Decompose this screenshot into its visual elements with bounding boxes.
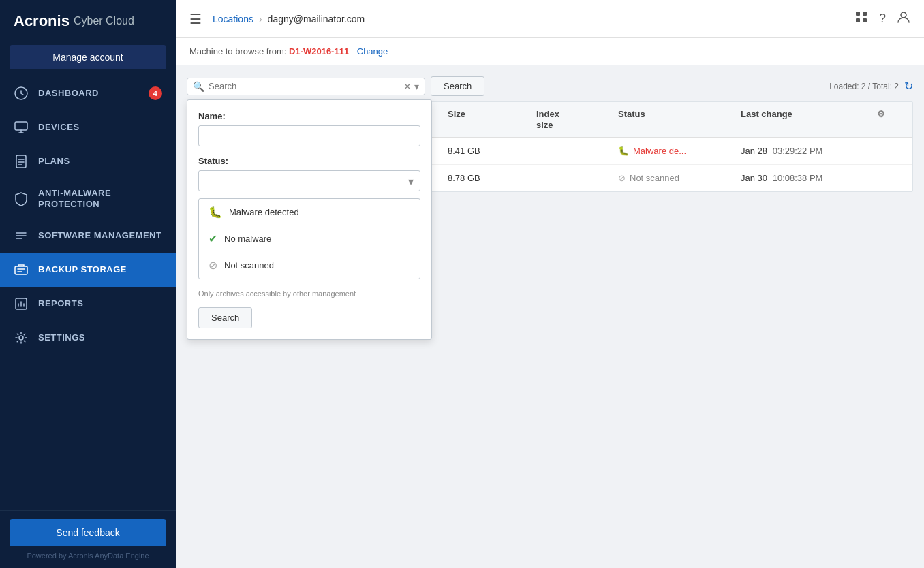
cell-status-1: 🐛 Malware de...	[618, 146, 741, 156]
svg-rect-9	[863, 18, 867, 22]
dashboard-label: Dashboard	[38, 88, 99, 99]
name-field-label: Name:	[198, 111, 420, 121]
topbar-right: ?	[854, 10, 910, 27]
sidebar-item-settings[interactable]: Settings	[0, 321, 176, 355]
send-feedback-button[interactable]: Send feedback	[10, 519, 166, 546]
not-scanned-label: Not scanned	[224, 260, 274, 270]
search-input-wrapper: 🔍 ✕ ▾	[187, 78, 425, 95]
backup-storage-label: Backup Storage	[38, 264, 127, 275]
cell-last-change-1: Jan 28 03:29:22 PM	[741, 146, 877, 156]
help-icon[interactable]: ?	[879, 12, 886, 26]
search-dropdown-panel: Name: Status: Malware detected No malwar…	[187, 99, 432, 340]
refresh-icon[interactable]: ↻	[904, 80, 913, 93]
clear-icon[interactable]: ✕	[403, 81, 412, 92]
cell-size-1: 8.41 GB	[448, 146, 536, 156]
malware-icon: 🐛	[618, 146, 629, 156]
status-text-1: Malware de...	[633, 146, 686, 156]
anti-malware-label: Anti-Malware Protection	[38, 188, 162, 209]
col-size: Size	[448, 109, 536, 130]
col-last-change: Last change	[741, 109, 877, 130]
status-select[interactable]: Malware detected No malware Not scanned	[198, 170, 420, 191]
settings-icon	[14, 330, 29, 345]
plans-icon	[14, 154, 29, 169]
menu-icon[interactable]: ☰	[189, 11, 202, 27]
search-row: 🔍 ✕ ▾ Search Loaded: 2 / Total: 2 ↻	[187, 76, 913, 96]
loaded-info: Loaded: 2 / Total: 2 ↻	[829, 80, 913, 93]
not-scanned-status-icon: ⊘	[209, 259, 217, 272]
dashboard-icon	[14, 86, 29, 101]
name-field-input[interactable]	[198, 125, 420, 146]
plans-label: Plans	[38, 156, 70, 167]
status-option-not-scanned[interactable]: ⊘ Not scanned	[199, 252, 420, 279]
status-text-2: Not scanned	[630, 173, 679, 183]
search-button[interactable]: Search	[431, 76, 484, 96]
cell-size-2: 8.78 GB	[448, 173, 536, 183]
col-index-size: Indexsize	[536, 109, 618, 130]
backup-storage-icon	[14, 262, 29, 277]
breadcrumb-separator: ›	[259, 14, 262, 25]
sidebar: Acronis Cyber Cloud Manage account Dashb…	[0, 0, 176, 568]
svg-rect-6	[856, 12, 860, 16]
devices-label: Devices	[38, 122, 80, 133]
svg-rect-3	[15, 266, 27, 274]
machine-label: Machine to browse from:	[189, 46, 286, 57]
logo-cyber-cloud: Cyber Cloud	[74, 15, 134, 27]
search-input[interactable]	[209, 81, 403, 91]
not-scanned-icon: ⊘	[618, 173, 626, 183]
gear-icon-header[interactable]: ⚙	[877, 109, 885, 119]
col-status: Status	[618, 109, 741, 130]
hint-text: Only archives accessible by other manage…	[198, 289, 420, 299]
sidebar-footer: Send feedback Powered by Acronis AnyData…	[0, 510, 176, 568]
no-malware-label: No malware	[224, 234, 271, 244]
breadcrumb-current: dagny@mailinator.com	[268, 14, 365, 25]
machine-bar: Machine to browse from: D1-W2016-111 Cha…	[176, 38, 924, 65]
powered-by-text: Powered by Acronis AnyData Engine	[10, 546, 166, 560]
settings-label: Settings	[38, 332, 85, 343]
svg-rect-7	[863, 12, 867, 16]
status-option-malware-detected[interactable]: 🐛 Malware detected	[199, 199, 420, 225]
manage-account-button[interactable]: Manage account	[10, 45, 166, 69]
sidebar-item-reports[interactable]: Reports	[0, 287, 176, 321]
logo-acronis: Acronis	[14, 12, 70, 30]
user-icon[interactable]	[897, 10, 910, 27]
reports-icon	[14, 296, 29, 311]
main-content: ☰ Locations › dagny@mailinator.com ? Mac…	[176, 0, 924, 568]
logo: Acronis Cyber Cloud	[0, 0, 176, 42]
sidebar-nav: Dashboard 4 Devices Plans Anti-Malware P…	[0, 76, 176, 510]
software-management-label: Software Management	[38, 230, 161, 241]
sidebar-item-anti-malware[interactable]: Anti-Malware Protection	[0, 178, 176, 219]
shield-icon	[14, 191, 29, 206]
sidebar-item-dashboard[interactable]: Dashboard 4	[0, 76, 176, 110]
topbar: ☰ Locations › dagny@mailinator.com ?	[176, 0, 924, 38]
sidebar-item-software-management[interactable]: Software Management	[0, 219, 176, 253]
reports-label: Reports	[38, 298, 83, 309]
svg-point-5	[19, 336, 23, 340]
search-icon: 🔍	[193, 81, 204, 92]
machine-change-link[interactable]: Change	[357, 46, 388, 57]
breadcrumb: Locations › dagny@mailinator.com	[213, 14, 365, 25]
status-option-no-malware[interactable]: ✔ No malware	[199, 225, 420, 252]
dashboard-badge: 4	[149, 86, 162, 100]
col-actions: ⚙	[877, 109, 902, 130]
content-area: 🔍 ✕ ▾ Search Loaded: 2 / Total: 2 ↻ Name…	[176, 65, 924, 568]
breadcrumb-locations[interactable]: Locations	[213, 14, 253, 25]
malware-detected-icon: 🐛	[209, 206, 222, 219]
svg-point-10	[901, 12, 906, 18]
status-options-list: 🐛 Malware detected ✔ No malware ⊘ Not sc…	[198, 198, 420, 279]
panel-search-button[interactable]: Search	[198, 307, 252, 328]
sidebar-item-backup-storage[interactable]: Backup Storage	[0, 253, 176, 287]
apps-grid-icon[interactable]	[854, 10, 868, 27]
cell-last-change-2: Jan 30 10:08:38 PM	[741, 173, 877, 183]
sidebar-item-devices[interactable]: Devices	[0, 110, 176, 144]
software-icon	[14, 228, 29, 243]
machine-name: D1-W2016-111	[289, 46, 349, 57]
cell-status-2: ⊘ Not scanned	[618, 173, 741, 183]
chevron-down-icon[interactable]: ▾	[414, 81, 419, 92]
status-field-label: Status:	[198, 156, 420, 166]
sidebar-item-plans[interactable]: Plans	[0, 144, 176, 178]
no-malware-icon: ✔	[209, 232, 217, 245]
svg-rect-8	[856, 18, 860, 22]
malware-detected-label: Malware detected	[229, 207, 299, 217]
loaded-count: Loaded: 2 / Total: 2	[829, 82, 899, 91]
devices-icon	[14, 120, 29, 135]
